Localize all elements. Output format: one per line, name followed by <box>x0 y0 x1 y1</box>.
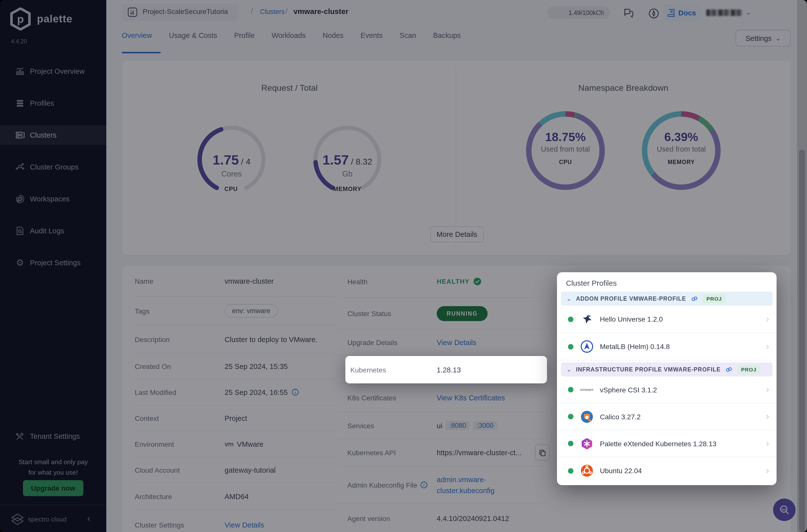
chevron-right-icon: › <box>766 438 769 449</box>
status-dot <box>568 344 573 349</box>
metallb-icon <box>580 340 593 353</box>
chevron-right-icon: › <box>766 384 769 395</box>
chevron-right-icon: › <box>766 411 769 422</box>
status-dot <box>568 414 573 419</box>
cluster-profiles-title: Cluster Profiles <box>557 272 776 292</box>
kubernetes-label: Kubernetes <box>350 366 386 374</box>
link-icon[interactable] <box>691 295 698 302</box>
status-dot <box>568 441 573 446</box>
link-icon[interactable] <box>725 366 733 373</box>
calico-icon <box>580 410 593 423</box>
scope-badge: PROJ <box>702 294 726 303</box>
profile-layer-metallb[interactable]: MetalLB (Helm) 0.14.8 › <box>557 333 776 360</box>
vmware-word-icon: vmware <box>580 383 593 396</box>
cluster-profiles-panel: Cluster Profiles ⌄ ADDON PROFILE VMWARE-… <box>557 272 776 485</box>
status-dot <box>568 468 573 473</box>
profile-layer-calico[interactable]: Calico 3.27.2 › <box>557 403 776 430</box>
hello-universe-icon <box>580 312 593 326</box>
screen: p palette 4.4.20 Project Overview Profil… <box>0 0 807 532</box>
profile-layer-vsphere-csi[interactable]: vmware vSphere CSI 3.1.2 › <box>557 377 776 403</box>
scope-badge: PROJ <box>737 365 760 374</box>
app-root: p palette 4.4.20 Project Overview Profil… <box>0 0 807 532</box>
chevron-down-icon: ⌄ <box>566 366 571 373</box>
addon-profile-header[interactable]: ⌄ ADDON PROFILE VMWARE-PROFILE PROJ <box>561 292 773 306</box>
profile-layer-palette-extended-kubernetes[interactable]: Palette eXtended Kubernetes 1.28.13 › <box>557 430 776 457</box>
chevron-down-icon: ⌄ <box>566 295 571 302</box>
chevron-right-icon: › <box>766 314 769 324</box>
ubuntu-icon <box>580 464 593 477</box>
kubernetes-version-spotlight[interactable]: Kubernetes 1.28.13 <box>345 356 547 383</box>
profile-layer-ubuntu[interactable]: Ubuntu 22.04 › <box>557 457 776 484</box>
pxk-hexagon-icon <box>580 437 593 450</box>
chevron-right-icon: › <box>766 341 769 352</box>
profile-layer-hello-universe[interactable]: Hello Universe 1.2.0 › <box>557 306 776 333</box>
status-dot <box>568 316 573 322</box>
infrastructure-profile-header[interactable]: ⌄ INFRASTRUCTURE PROFILE VMWARE-PROFILE … <box>561 362 773 377</box>
status-dot <box>568 387 573 393</box>
chevron-right-icon: › <box>766 466 769 476</box>
kubernetes-version: 1.28.13 <box>437 366 461 374</box>
